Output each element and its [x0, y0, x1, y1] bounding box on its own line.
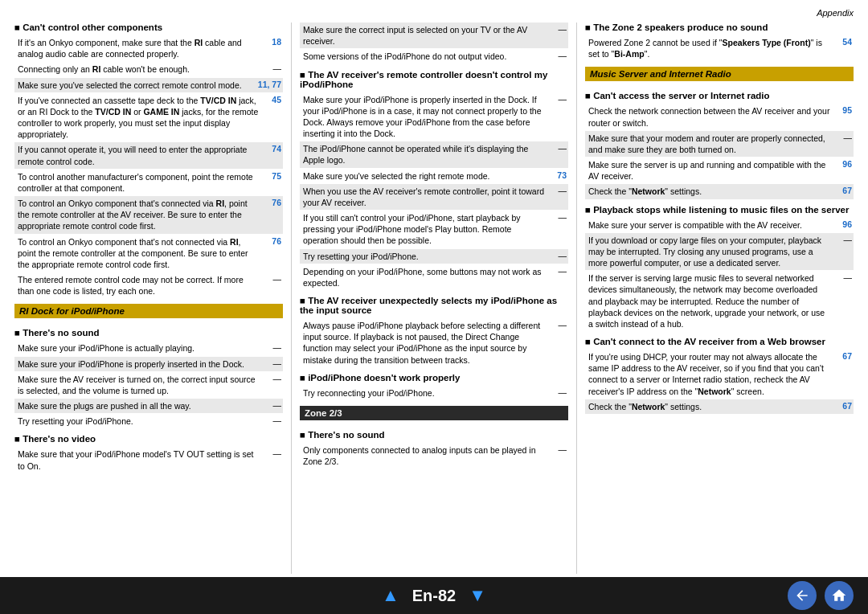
table-row: Some versions of the iPod/iPhone do not … — [300, 49, 568, 63]
table-row: Make sure the AV receiver is turned on, … — [14, 372, 283, 398]
row-dash: — — [549, 184, 568, 210]
footer-page-label: En-82 — [412, 587, 456, 605]
row-text: Always pause iPod/iPhone playback before… — [300, 318, 549, 367]
row-text: Check the network connection between the… — [585, 104, 834, 129]
table-row: Only components connected to analog inpu… — [300, 443, 568, 469]
row-dash: — — [549, 249, 568, 264]
row-num: 75 — [264, 170, 283, 195]
row-dash: — — [264, 272, 283, 298]
row-text: To control an Onkyo component that's not… — [14, 235, 264, 272]
row-num: 11, 77 — [256, 78, 283, 92]
row-dash: — — [549, 264, 568, 290]
col3-section4-title: ■ Playback stops while listening to musi… — [585, 205, 854, 215]
col1-section2-sub1: ■ There's no sound — [14, 328, 283, 338]
page: Appendix ■ Can't control other component… — [0, 0, 868, 614]
table-row: If you've connected an cassette tape dec… — [14, 93, 283, 142]
row-text: If you still can't control your iPod/iPh… — [300, 211, 549, 248]
row-text: To control another manufacturer's compon… — [14, 170, 264, 195]
row-text: Make sure your iPod/iPhone is actually p… — [14, 341, 264, 355]
table-row: If the server is serving large music fil… — [585, 271, 854, 331]
home-button[interactable] — [825, 581, 854, 610]
table-row: Make sure that your modem and router are… — [585, 131, 854, 157]
row-text: Depending on your iPod/iPhone, some butt… — [300, 264, 549, 290]
row-text: Check the "Network" settings. — [585, 399, 834, 414]
column-2: Make sure the correct input is selected … — [300, 23, 568, 574]
table-row: Depending on your iPod/iPhone, some butt… — [300, 264, 568, 290]
table-row: To control an Onkyo component that's not… — [14, 235, 283, 272]
table-row: Make sure your iPod/iPhone is properly i… — [300, 92, 568, 141]
row-dash: — — [264, 62, 283, 76]
col3-section3-title: ■ Can't access the server or Internet ra… — [585, 91, 854, 100]
table-row: Powered Zone 2 cannot be used if "Speake… — [585, 35, 854, 61]
row-text: Powered Zone 2 cannot be used if "Speake… — [585, 35, 834, 61]
row-text: Connecting only an RI cable won't be eno… — [14, 62, 264, 76]
table-row: Connecting only an RI cable won't be eno… — [14, 62, 283, 76]
table-row: If you cannot operate it, you will need … — [14, 142, 283, 168]
col2-section1-title: ■ The AV receiver's remote controller do… — [300, 70, 568, 89]
row-dash: — — [549, 318, 568, 367]
row-text: Make sure your iPod/iPhone is properly i… — [300, 92, 549, 141]
row-text: Make sure that your iPod/iPhone model's … — [14, 447, 264, 473]
row-text: If you download or copy large files on y… — [585, 233, 834, 271]
row-text: The iPod/iPhone cannot be operated while… — [300, 141, 549, 167]
row-dash: — — [549, 386, 568, 400]
table-row: Make sure the server is up and running a… — [585, 158, 854, 183]
appendix-label: Appendix — [14, 8, 854, 18]
row-num: 96 — [834, 218, 854, 232]
row-num: 95 — [834, 104, 854, 129]
row-dash: — — [264, 372, 283, 398]
row-text: Make sure your server is compatible with… — [585, 218, 834, 232]
table-row: Always pause iPod/iPhone playback before… — [300, 318, 568, 367]
table-row: To control another manufacturer's compon… — [14, 170, 283, 195]
row-text: Try resetting your iPod/iPhone. — [14, 414, 264, 428]
row-text: Only components connected to analog inpu… — [300, 443, 549, 469]
row-dash: — — [264, 357, 283, 371]
footer: ▲ En-82 ▼ — [0, 577, 868, 614]
row-dash: — — [549, 443, 568, 469]
col2-section2-title: ■ The AV receiver unexpectedly selects m… — [300, 296, 568, 315]
row-text: If you cannot operate it, you will need … — [14, 142, 264, 168]
row-text: Make sure your iPod/iPhone is properly i… — [14, 357, 264, 371]
row-text: If it's an Onkyo component, make sure th… — [14, 35, 264, 61]
row-text: If you're using DHCP, your router may no… — [585, 350, 834, 399]
row-dash: — — [264, 399, 283, 413]
table-row: Make sure your iPod/iPhone is actually p… — [14, 341, 283, 355]
row-text: If you've connected an cassette tape dec… — [14, 93, 264, 142]
row-num: 67 — [834, 184, 854, 199]
row-dash: — — [834, 131, 854, 157]
row-dash: — — [549, 23, 568, 48]
home-icon — [831, 587, 847, 604]
row-num: 45 — [264, 93, 283, 142]
row-dash: — — [264, 341, 283, 355]
row-dash: — — [549, 211, 568, 248]
footer-arrows: ▲ En-82 ▼ — [382, 585, 486, 606]
row-text: Some versions of the iPod/iPhone do not … — [300, 49, 549, 63]
col1-section2-bar: RI Dock for iPod/iPhone — [14, 304, 283, 318]
row-text: Make sure the server is up and running a… — [585, 158, 834, 183]
row-dash: — — [834, 271, 854, 331]
table-row: Check the "Network" settings. 67 — [585, 399, 854, 414]
row-num: 74 — [264, 142, 283, 168]
table-row: Try resetting your iPod/iPhone. — — [14, 414, 283, 428]
table-row: The entered remote control code may not … — [14, 272, 283, 298]
row-text: If the server is serving large music fil… — [585, 271, 834, 331]
table-row: Make sure your iPod/iPhone is properly i… — [14, 357, 283, 371]
back-button[interactable] — [788, 581, 817, 610]
table-row: Try reconnecting your iPod/iPhone. — — [300, 386, 568, 400]
row-dash: — — [549, 49, 568, 63]
col2-section4-sub1: ■ There's no sound — [300, 430, 568, 440]
back-icon — [794, 587, 810, 604]
table-row: Make sure you've selected the correct re… — [14, 78, 283, 92]
next-page-icon[interactable]: ▼ — [469, 585, 486, 606]
prev-page-icon[interactable]: ▲ — [382, 585, 399, 606]
col-divider-1 — [291, 23, 292, 574]
row-num: 18 — [264, 35, 283, 61]
row-dash: — — [549, 141, 568, 167]
row-num: 76 — [264, 196, 283, 234]
table-row: When you use the AV receiver's remote co… — [300, 184, 568, 210]
row-text: Make sure the correct input is selected … — [300, 23, 549, 48]
column-1: ■ Can't control other components If it's… — [14, 23, 283, 574]
row-num: 96 — [834, 158, 854, 183]
row-num: 76 — [264, 235, 283, 272]
row-num: 54 — [834, 35, 854, 61]
